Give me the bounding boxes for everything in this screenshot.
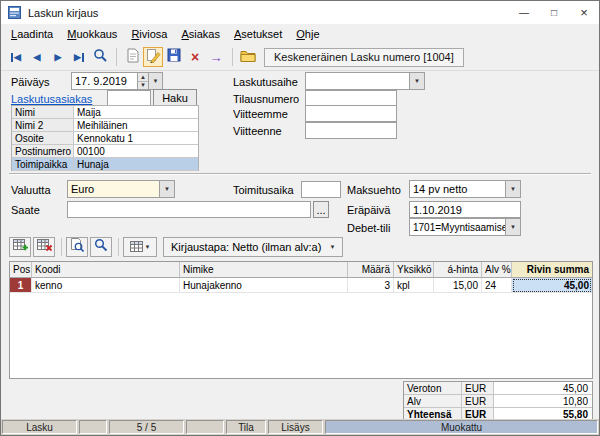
menu-laadinta[interactable]: Laadinta xyxy=(4,26,60,42)
customer-field-label: Osoite xyxy=(12,132,74,144)
column-header-yksikko[interactable]: Yksikkö xyxy=(394,262,434,277)
window-controls: — □ × xyxy=(509,1,599,24)
cell-alv[interactable]: 24 xyxy=(482,278,512,293)
maximize-button[interactable]: □ xyxy=(539,1,569,24)
maksuehto-label: Maksuehto xyxy=(347,184,401,196)
document-magnifier-icon xyxy=(70,238,84,256)
column-header-a-hinta[interactable]: á-hinta xyxy=(434,262,482,277)
title-bar: Laskun kirjaus — □ × xyxy=(1,1,599,24)
statusbar-panel-empty xyxy=(79,420,107,434)
customer-field-value: Meihiläinen xyxy=(74,119,198,131)
paivays-spinner: ▲ ▼ xyxy=(137,73,148,89)
menu-ohje[interactable]: Ohje xyxy=(289,26,326,42)
toolbar-separator xyxy=(116,48,117,66)
paivays-date-field[interactable]: 17. 9.2019 ▲ ▼ ▼ xyxy=(71,72,163,90)
magnifier-icon xyxy=(93,48,108,67)
status-bar: Lasku 5 / 5 Tila Lisäys Muokattu xyxy=(1,419,599,435)
column-header-koodi[interactable]: Koodi xyxy=(32,262,180,277)
customer-row-nimi2[interactable]: Nimi 2 Meihiläinen xyxy=(12,119,198,132)
last-record-button[interactable]: ▶ xyxy=(69,47,89,67)
preview-rows-button[interactable] xyxy=(66,237,88,257)
calendar-dropdown-icon[interactable]: ▼ xyxy=(148,73,162,89)
tilausnumero-label: Tilausnumero xyxy=(233,93,299,105)
column-header-nimike[interactable]: Nimike xyxy=(180,262,348,277)
cell-koodi[interactable]: kenno xyxy=(32,278,180,293)
transfer-invoice-button[interactable]: → xyxy=(206,47,226,67)
open-folder-button[interactable] xyxy=(238,47,258,67)
valuutta-combo[interactable]: Euro ▼ xyxy=(67,180,175,198)
next-record-button[interactable]: ▶ xyxy=(48,47,68,67)
column-header-pos[interactable]: Pos xyxy=(10,262,32,277)
debet-tili-combo[interactable]: 1701=Myyntisaamiset ▼ xyxy=(409,218,521,236)
customer-row-postinumero[interactable]: Postinumero 00100 xyxy=(12,145,198,158)
dropdown-icon[interactable]: ▼ xyxy=(505,181,520,197)
close-button[interactable]: × xyxy=(569,1,599,24)
delete-row-button[interactable] xyxy=(33,237,55,257)
menu-riviosa[interactable]: Riviosa xyxy=(124,26,174,42)
column-header-alv[interactable]: Alv % xyxy=(482,262,512,277)
previous-record-button[interactable]: ◀ xyxy=(27,47,47,67)
saate-browse-button[interactable]: ... xyxy=(313,201,329,218)
form-separator xyxy=(9,173,591,175)
laskutusasiakas-link[interactable]: Laskutusasiakas xyxy=(11,93,92,105)
cell-nimike[interactable]: Hunajakenno xyxy=(180,278,348,293)
customer-row-toimipaikka[interactable]: Toimipaikka Hunaja xyxy=(12,158,198,171)
totals-label: Veroton xyxy=(404,382,462,394)
dropdown-icon[interactable]: ▼ xyxy=(159,181,174,197)
edit-invoice-button[interactable] xyxy=(143,47,163,67)
customer-row-nimi[interactable]: Nimi Maija xyxy=(12,106,198,119)
column-header-rivin-summa[interactable]: Rivin summa xyxy=(512,262,592,277)
valuutta-label: Valuutta xyxy=(11,184,51,196)
totals-row-veroton: Veroton EUR 45,00 xyxy=(404,382,592,395)
viitteenne-input[interactable] xyxy=(305,122,397,139)
column-header-maara[interactable]: Määrä xyxy=(348,262,394,277)
viitteemme-input[interactable] xyxy=(305,105,397,122)
red-x-icon: × xyxy=(191,50,199,64)
customer-field-value: Kennokatu 1 xyxy=(74,132,198,144)
totals-currency: EUR xyxy=(462,395,494,407)
customer-field-label: Nimi xyxy=(12,106,74,118)
paivays-value: 17. 9.2019 xyxy=(72,73,137,89)
menu-asiakas[interactable]: Asiakas xyxy=(174,26,227,42)
cell-rivin-summa[interactable]: 45,00 xyxy=(512,278,592,293)
totals-row-alv: Alv EUR 10,80 xyxy=(404,395,592,408)
viitteemme-label: Viitteemme xyxy=(233,108,288,120)
cell-a-hinta[interactable]: 15,00 xyxy=(434,278,482,293)
saate-input[interactable] xyxy=(67,201,311,218)
cell-pos[interactable]: 1 xyxy=(10,278,32,293)
maksuehto-combo[interactable]: 14 pv netto ▼ xyxy=(409,180,521,198)
paivays-label: Päiväys xyxy=(11,76,50,88)
zoom-rows-button[interactable] xyxy=(90,237,112,257)
erapaiva-input[interactable] xyxy=(409,201,521,218)
customer-row-osoite[interactable]: Osoite Kennokatu 1 xyxy=(12,132,198,145)
dropdown-icon[interactable]: ▼ xyxy=(409,73,424,89)
search-record-button[interactable] xyxy=(90,47,110,67)
cell-maara[interactable]: 3 xyxy=(348,278,394,293)
magnifier-icon xyxy=(94,238,108,256)
laskutusaihe-label: Laskutusaihe xyxy=(233,76,298,88)
dropdown-icon[interactable]: ▼ xyxy=(505,219,520,235)
menu-muokkaus[interactable]: Muokkaus xyxy=(60,26,124,42)
toimitusaika-input[interactable] xyxy=(301,181,341,198)
viitteenne-label: Viitteenne xyxy=(233,125,282,137)
first-record-button[interactable]: ◀ xyxy=(6,47,26,67)
grid-options-button[interactable]: ▼ xyxy=(123,237,157,257)
next-record-icon: ▶ xyxy=(55,53,62,62)
spin-down-icon[interactable]: ▼ xyxy=(138,82,148,90)
minimize-button[interactable]: — xyxy=(509,1,539,24)
save-invoice-button[interactable] xyxy=(164,47,184,67)
spin-up-icon[interactable]: ▲ xyxy=(138,73,148,82)
statusbar-panel-muokattu: Muokattu xyxy=(325,420,598,434)
new-invoice-button[interactable] xyxy=(122,47,142,67)
invoice-line-row[interactable]: 1 kenno Hunajakenno 3 kpl 15,00 24 45,00 xyxy=(10,278,592,293)
customer-field-value: Hunaja xyxy=(74,158,198,170)
cell-yksikko[interactable]: kpl xyxy=(394,278,434,293)
debet-tili-value: 1701=Myyntisaamiset xyxy=(410,219,505,235)
folder-icon xyxy=(240,48,256,66)
customer-field-value: Maija xyxy=(74,106,198,118)
kirjaustapa-button[interactable]: Kirjaustapa: Netto (ilman alv:a) ▼ xyxy=(163,237,343,257)
delete-invoice-button[interactable]: × xyxy=(185,47,205,67)
add-row-button[interactable] xyxy=(9,237,31,257)
laskutusaihe-combo[interactable]: ▼ xyxy=(305,72,425,90)
menu-asetukset[interactable]: Asetukset xyxy=(227,26,289,42)
